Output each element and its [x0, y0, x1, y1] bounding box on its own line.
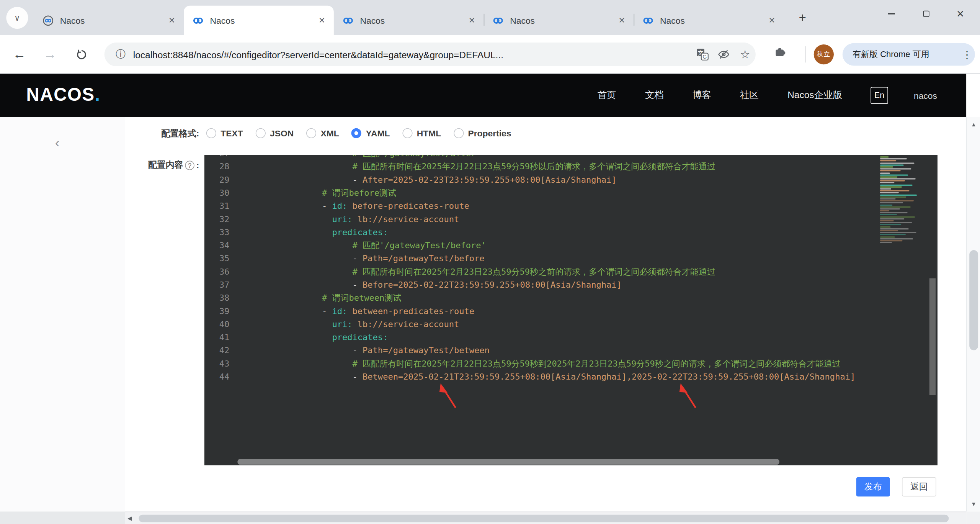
code-line: # 匹配'/gatewayTest/before' — [241, 239, 938, 252]
browser-window: ∨ Nacos× Nacos× Nacos× Nacos× Nacos× + ×… — [0, 0, 980, 524]
tab-search-button[interactable]: ∨ — [6, 7, 28, 29]
editor-horizontal-scrollbar-thumb[interactable] — [237, 459, 779, 465]
scroll-left-icon[interactable]: ◀ — [127, 515, 132, 521]
line-number: 34 — [204, 239, 229, 252]
url-text[interactable]: localhost:8848/nacos/#/configeditor?serv… — [133, 49, 692, 60]
code-line: # 匹配'/gatewayTest/after' — [241, 155, 938, 160]
forward-button[interactable]: → — [37, 41, 63, 68]
radio-label: YAML — [366, 128, 390, 138]
line-number: 31 — [204, 200, 229, 213]
nav-item[interactable]: 文档 — [645, 89, 664, 101]
radio-icon[interactable] — [306, 128, 316, 138]
page-horizontal-scrollbar[interactable]: ◀ — [125, 512, 967, 524]
nacos-favicon — [642, 15, 653, 26]
nav-item[interactable]: Nacos企业版 — [787, 89, 842, 101]
reload-button[interactable] — [68, 41, 95, 68]
browser-tab[interactable]: Nacos× — [334, 6, 484, 35]
maximize-button[interactable] — [909, 0, 943, 28]
browser-tab[interactable]: Nacos× — [184, 6, 334, 35]
line-number: 33 — [204, 226, 229, 239]
update-label: 有新版 Chrome 可用 — [853, 49, 959, 60]
profile-avatar[interactable]: 秋立 — [814, 44, 834, 64]
tab-strip: ∨ Nacos× Nacos× Nacos× Nacos× Nacos× + × — [0, 0, 980, 35]
browser-tab[interactable]: Nacos× — [484, 6, 634, 35]
chrome-update-button[interactable]: 有新版 Chrome 可用 ⋮ — [843, 43, 975, 66]
bookmark-star-icon[interactable]: ☆ — [734, 47, 756, 61]
omnibox[interactable]: ⓘ localhost:8848/nacos/#/configeditor?se… — [105, 43, 756, 66]
sidebar: ‹ — [0, 117, 125, 511]
format-option-text[interactable]: TEXT — [206, 128, 243, 138]
nacos-favicon — [193, 15, 204, 26]
radio-icon[interactable] — [351, 128, 361, 138]
publish-button[interactable]: 发布 — [856, 477, 890, 497]
radio-icon[interactable] — [454, 128, 464, 138]
tab-close-icon[interactable]: × — [615, 13, 629, 27]
browser-tab[interactable]: Nacos× — [634, 6, 784, 35]
format-option-html[interactable]: HTML — [402, 128, 441, 138]
logged-in-user[interactable]: nacos — [914, 91, 937, 101]
site-info-icon[interactable]: ⓘ — [116, 48, 126, 61]
line-number: 30 — [204, 187, 229, 200]
minimize-button[interactable] — [874, 0, 909, 28]
code-line: # 匹配所有时间在2025年2月22日23点59分59秒以后的请求，多个谓词之间… — [241, 160, 938, 173]
browser-tab[interactable]: Nacos× — [34, 6, 184, 35]
code-line: - id: between-predicates-route — [241, 305, 938, 318]
format-option-yaml[interactable]: YAML — [351, 128, 390, 138]
extensions-icon[interactable] — [773, 45, 786, 61]
editor-code[interactable]: # 匹配'/gatewayTest/after' # 匹配所有时间在2025年2… — [234, 155, 938, 383]
tab-close-icon[interactable]: × — [765, 13, 779, 27]
nav-item[interactable]: 首页 — [598, 89, 616, 101]
format-label: 配置格式: — [161, 128, 199, 139]
line-number: 35 — [204, 252, 229, 265]
eye-slash-icon[interactable] — [713, 48, 735, 61]
close-button[interactable]: × — [943, 0, 978, 28]
tab-close-icon[interactable]: × — [165, 13, 179, 27]
radio-icon[interactable] — [255, 128, 265, 138]
line-number: 38 — [204, 291, 229, 305]
line-number: 32 — [204, 213, 229, 226]
translate-icon[interactable]: 文 G — [692, 48, 713, 61]
config-editor[interactable]: 272829303132333435363738394041424344 # 匹… — [204, 155, 938, 465]
format-option-properties[interactable]: Properties — [454, 128, 511, 138]
back-button[interactable]: ← — [6, 41, 33, 68]
nacos-header: NACOS. 首页文档博客社区Nacos企业版 En nacos — [0, 74, 966, 117]
editor-minimap[interactable] — [880, 156, 928, 244]
browser-toolbar: ← → ⓘ localhost:8848/nacos/#/configedito… — [0, 35, 980, 74]
nacos-favicon — [42, 15, 54, 26]
code-line: # 匹配所有时间在2025年2月23日23点59分59秒之前的请求，多个谓词之间… — [241, 265, 938, 278]
language-toggle[interactable]: En — [871, 87, 888, 104]
tab-close-icon[interactable]: × — [465, 13, 479, 27]
vertical-scrollbar-thumb[interactable] — [969, 250, 978, 350]
menu-icon[interactable]: ⋮ — [959, 49, 975, 61]
scroll-up-icon[interactable]: ▲ — [967, 121, 980, 128]
nav-item[interactable]: 社区 — [740, 89, 759, 101]
tab-title: Nacos — [60, 15, 165, 25]
maximize-icon — [923, 11, 929, 17]
line-number: 40 — [204, 318, 229, 331]
reload-icon — [75, 49, 87, 61]
back-page-button[interactable]: 返回 — [902, 477, 936, 497]
nav-item[interactable]: 博客 — [693, 89, 711, 101]
sidebar-collapse-button[interactable]: ‹ — [55, 134, 60, 151]
page-vertical-scrollbar[interactable]: ▲ ▼ — [966, 117, 980, 511]
nacos-favicon — [343, 15, 354, 26]
radio-label: HTML — [417, 128, 441, 138]
radio-icon[interactable] — [402, 128, 412, 138]
content-label-text: 配置内容 — [148, 159, 183, 170]
format-option-json[interactable]: JSON — [255, 128, 294, 138]
horizontal-scrollbar-thumb[interactable] — [139, 515, 949, 522]
line-number: 39 — [204, 305, 229, 318]
line-number: 41 — [204, 331, 229, 344]
toolbar-divider — [805, 46, 806, 62]
help-icon[interactable]: ? — [185, 160, 194, 170]
window-controls: × — [874, 0, 977, 28]
radio-icon[interactable] — [206, 128, 216, 138]
new-tab-button[interactable]: + — [794, 9, 811, 26]
format-option-xml[interactable]: XML — [306, 128, 339, 138]
editor-vertical-scrollbar-thumb[interactable] — [929, 278, 936, 395]
code-line: # 谓词between测试 — [241, 291, 938, 305]
plus-icon: + — [799, 10, 806, 25]
tab-close-icon[interactable]: × — [315, 13, 329, 27]
code-line: - Before=2025-02-22T23:59:59.255+08:00[A… — [241, 278, 938, 291]
scroll-down-icon[interactable]: ▼ — [967, 501, 980, 507]
